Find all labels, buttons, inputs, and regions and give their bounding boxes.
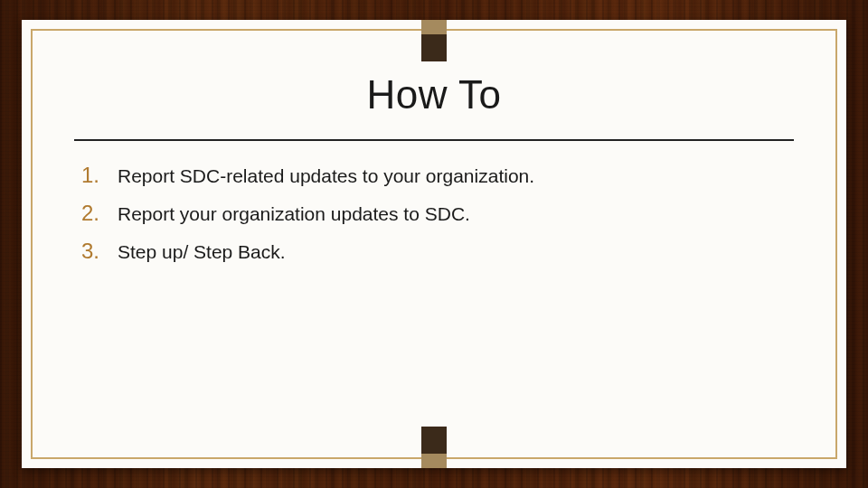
clip-top-icon: [421, 20, 447, 61]
item-number: 1.: [81, 163, 105, 188]
list-item: 3. Step up/ Step Back.: [81, 239, 794, 264]
item-number: 3.: [81, 239, 105, 264]
list-item: 2. Report your organization updates to S…: [81, 201, 794, 226]
list-item: 1. Report SDC-related updates to your or…: [81, 163, 794, 188]
item-number: 2.: [81, 201, 105, 226]
item-text: Step up/ Step Back.: [118, 241, 286, 263]
item-text: Report SDC-related updates to your organ…: [118, 165, 534, 187]
clip-bottom-icon: [421, 427, 447, 468]
slide-title: How To: [74, 65, 794, 139]
numbered-list: 1. Report SDC-related updates to your or…: [74, 163, 794, 264]
item-text: Report your organization updates to SDC.: [118, 203, 470, 225]
title-rule: [74, 139, 794, 141]
content-area: How To 1. Report SDC-related updates to …: [74, 65, 794, 432]
slide-panel: How To 1. Report SDC-related updates to …: [22, 20, 846, 468]
